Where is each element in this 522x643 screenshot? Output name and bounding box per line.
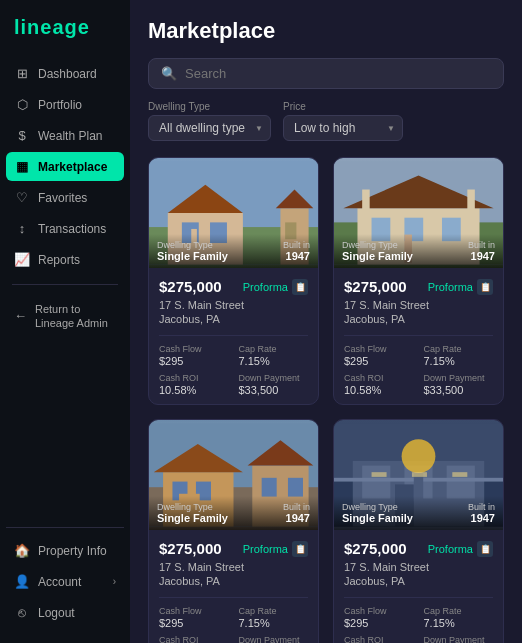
sidebar-bottom: 🏠 Property Info 👤 Account › ⎋ Logout — [0, 536, 130, 627]
sidebar-item-wealth-plan[interactable]: $ Wealth Plan — [6, 121, 124, 150]
property-card-1[interactable]: Dwelling Type Single Family Built in 194… — [148, 157, 319, 405]
price-filter: Price Low to high High to low — [283, 101, 403, 141]
account-icon: 👤 — [14, 574, 30, 589]
sidebar-item-transactions[interactable]: ↕ Transactions — [6, 214, 124, 243]
sidebar-item-label: Account — [38, 575, 81, 589]
cash-flow-label-2: Cash Flow — [344, 344, 414, 354]
down-payment-value-2: $33,500 — [424, 384, 494, 396]
price-select[interactable]: Low to high High to low — [283, 115, 403, 141]
dwelling-type-overlay-label-2: Dwelling Type — [342, 240, 413, 250]
down-payment-label-1: Down Payment — [239, 373, 309, 383]
built-label-3: Built in — [283, 502, 310, 512]
dwelling-type-value-1: Single Family — [157, 250, 228, 262]
logout-icon: ⎋ — [14, 605, 30, 620]
card-proforma-2[interactable]: Proforma 📋 — [428, 279, 493, 295]
card-stats-1: Cash Flow $295 Cap Rate 7.15% Cash ROI 1… — [159, 344, 308, 396]
cap-rate-label-3: Cap Rate — [239, 606, 309, 616]
cash-flow-value-1: $295 — [159, 355, 229, 367]
sidebar-logo: lineage — [0, 16, 130, 59]
property-image-3: Dwelling Type Single Family Built in 194… — [149, 420, 318, 530]
down-payment-value-1: $33,500 — [239, 384, 309, 396]
wealth-icon: $ — [14, 128, 30, 143]
svg-point-39 — [402, 439, 436, 473]
property-grid: Dwelling Type Single Family Built in 194… — [148, 157, 504, 643]
card-price-2: $275,000 — [344, 278, 407, 295]
property-card-4[interactable]: Dwelling Type Single Family Built in 194… — [333, 419, 504, 643]
sidebar-item-label: Favorites — [38, 191, 87, 205]
card-stats-4: Cash Flow $295 Cap Rate 7.15% Cash ROI 1… — [344, 606, 493, 643]
proforma-label-4: Proforma — [428, 543, 473, 555]
cap-rate-label-4: Cap Rate — [424, 606, 494, 616]
sidebar-item-account[interactable]: 👤 Account › — [6, 567, 124, 596]
proforma-icon-3: 📋 — [292, 541, 308, 557]
sidebar-item-logout[interactable]: ⎋ Logout — [6, 598, 124, 627]
card-location-2: Jacobus, PA — [344, 313, 493, 325]
dwelling-type-overlay-label-4: Dwelling Type — [342, 502, 413, 512]
card-location-4: Jacobus, PA — [344, 575, 493, 587]
page-title: Marketplace — [148, 18, 504, 44]
card-location-3: Jacobus, PA — [159, 575, 308, 587]
card-overlay-2: Dwelling Type Single Family Built in 194… — [334, 234, 503, 268]
card-address-2: 17 S. Main Street — [344, 299, 493, 311]
cash-roi-label-2: Cash ROI — [344, 373, 414, 383]
proforma-icon-4: 📋 — [477, 541, 493, 557]
dwelling-type-select-wrapper: All dwelling type Single Family Multi Fa… — [148, 115, 271, 141]
cash-roi-label-4: Cash ROI — [344, 635, 414, 643]
svg-rect-18 — [362, 190, 370, 211]
property-card-3[interactable]: Dwelling Type Single Family Built in 194… — [148, 419, 319, 643]
proforma-icon-1: 📋 — [292, 279, 308, 295]
dwelling-type-select[interactable]: All dwelling type Single Family Multi Fa… — [148, 115, 271, 141]
sidebar-item-dashboard[interactable]: ⊞ Dashboard — [6, 59, 124, 88]
cash-flow-value-2: $295 — [344, 355, 414, 367]
cash-roi-value-2: 10.58% — [344, 384, 414, 396]
cash-flow-label-4: Cash Flow — [344, 606, 414, 616]
sidebar-item-portfolio[interactable]: ⬡ Portfolio — [6, 90, 124, 119]
cash-flow-label-3: Cash Flow — [159, 606, 229, 616]
cap-rate-value-2: 7.15% — [424, 355, 494, 367]
card-proforma-4[interactable]: Proforma 📋 — [428, 541, 493, 557]
card-address-1: 17 S. Main Street — [159, 299, 308, 311]
favorites-icon: ♡ — [14, 190, 30, 205]
sidebar-item-label: Reports — [38, 253, 80, 267]
sidebar-item-marketplace[interactable]: ▦ Marketplace — [6, 152, 124, 181]
dwelling-type-filter: Dwelling Type All dwelling type Single F… — [148, 101, 271, 141]
sidebar-item-label: Logout — [38, 606, 75, 620]
search-input[interactable] — [185, 66, 491, 81]
card-divider-1 — [159, 335, 308, 336]
sidebar-item-return-admin[interactable]: ← Return to Lineage Admin — [6, 295, 124, 338]
price-select-wrapper: Low to high High to low — [283, 115, 403, 141]
sidebar-bottom-divider — [6, 527, 124, 528]
cap-rate-value-1: 7.15% — [239, 355, 309, 367]
svg-rect-28 — [262, 478, 277, 497]
sidebar-item-property-info[interactable]: 🏠 Property Info — [6, 536, 124, 565]
dwelling-type-value-2: Single Family — [342, 250, 413, 262]
built-year-3: 1947 — [283, 512, 310, 524]
sidebar-item-label: Dashboard — [38, 67, 97, 81]
card-proforma-3[interactable]: Proforma 📋 — [243, 541, 308, 557]
card-stats-2: Cash Flow $295 Cap Rate 7.15% Cash ROI 1… — [344, 344, 493, 396]
sidebar-item-reports[interactable]: 📈 Reports — [6, 245, 124, 274]
dwelling-type-value-3: Single Family — [157, 512, 228, 524]
sidebar-item-favorites[interactable]: ♡ Favorites — [6, 183, 124, 212]
proforma-label-1: Proforma — [243, 281, 288, 293]
proforma-label-3: Proforma — [243, 543, 288, 555]
sidebar-item-label: Wealth Plan — [38, 129, 102, 143]
svg-rect-29 — [288, 478, 303, 497]
card-price-4: $275,000 — [344, 540, 407, 557]
card-divider-2 — [344, 335, 493, 336]
property-image-1: Dwelling Type Single Family Built in 194… — [149, 158, 318, 268]
cash-roi-value-1: 10.58% — [159, 384, 229, 396]
sidebar-item-label: Transactions — [38, 222, 106, 236]
card-proforma-1[interactable]: Proforma 📋 — [243, 279, 308, 295]
property-card-2[interactable]: Dwelling Type Single Family Built in 194… — [333, 157, 504, 405]
proforma-icon-2: 📋 — [477, 279, 493, 295]
card-body-2: $275,000 Proforma 📋 17 S. Main Street Ja… — [334, 268, 503, 404]
sidebar-nav: ⊞ Dashboard ⬡ Portfolio $ Wealth Plan ▦ … — [0, 59, 130, 519]
cap-rate-label-2: Cap Rate — [424, 344, 494, 354]
sidebar: lineage ⊞ Dashboard ⬡ Portfolio $ Wealth… — [0, 0, 130, 643]
sidebar-item-label: Portfolio — [38, 98, 82, 112]
chevron-right-icon: › — [113, 576, 116, 587]
dwelling-type-overlay-label-1: Dwelling Type — [157, 240, 228, 250]
dashboard-icon: ⊞ — [14, 66, 30, 81]
card-location-1: Jacobus, PA — [159, 313, 308, 325]
